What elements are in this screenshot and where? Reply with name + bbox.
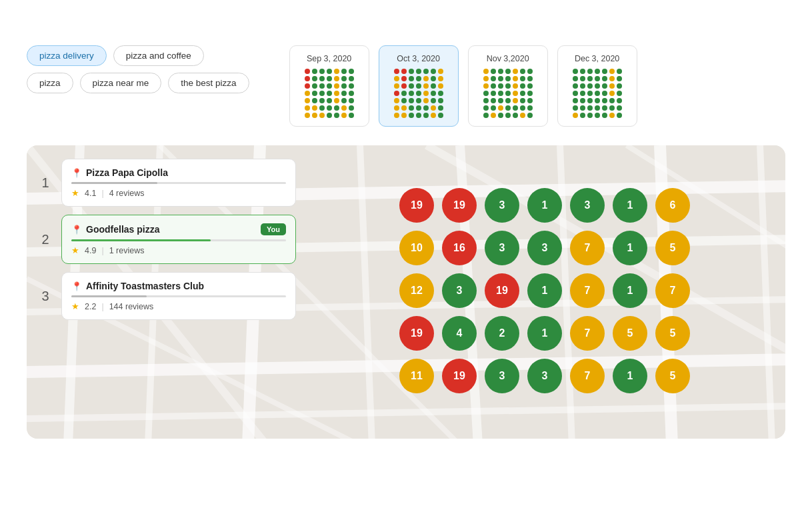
keyword-pizza[interactable]: pizza <box>27 73 73 93</box>
listing-bar-fill-0 <box>71 182 157 184</box>
dot <box>431 76 436 81</box>
grid-bubble-2-5: 1 <box>613 273 647 308</box>
star-icon-1: ★ <box>71 245 79 255</box>
dot <box>595 105 600 111</box>
dot <box>527 69 533 74</box>
dot <box>423 105 429 111</box>
dot <box>513 69 518 74</box>
dot <box>602 98 607 103</box>
dot <box>334 98 339 103</box>
dot <box>505 83 511 89</box>
dot <box>573 83 578 89</box>
keyword-pizza-delivery[interactable]: pizza delivery <box>27 45 107 66</box>
dot <box>573 69 578 74</box>
snapshot-card-2[interactable]: Nov 3,2020 <box>468 45 548 127</box>
dot <box>505 98 511 103</box>
dot <box>527 113 533 118</box>
dot <box>498 83 503 89</box>
dot <box>327 69 332 74</box>
dot-grid-3 <box>573 69 622 118</box>
dot <box>319 105 325 111</box>
dot <box>312 98 317 103</box>
dot <box>587 113 593 118</box>
dot <box>409 69 414 74</box>
listing-rating-0: 4.1 <box>85 189 96 198</box>
dot <box>312 113 317 118</box>
dot <box>438 113 443 118</box>
dot <box>587 98 593 103</box>
grid-bubble-3-4: 7 <box>570 316 605 351</box>
snapshot-card-3[interactable]: Dec 3, 2020 <box>557 45 637 127</box>
dot <box>595 76 600 81</box>
listing-header-1: 📍Goodfellas pizzaYou <box>71 223 286 235</box>
dot <box>483 105 489 111</box>
dot <box>573 113 578 118</box>
dot <box>602 76 607 81</box>
dot <box>587 69 593 74</box>
snapshot-date-0: Sep 3, 2020 <box>307 54 351 63</box>
dot <box>580 69 585 74</box>
dot <box>609 83 615 89</box>
grid-bubble-2-3: 1 <box>527 273 562 308</box>
dot <box>327 98 332 103</box>
dot <box>617 83 622 89</box>
dot <box>416 91 421 96</box>
grid-bubble-2-1: 3 <box>442 273 477 308</box>
dot <box>416 83 421 89</box>
snapshot-card-0[interactable]: Sep 3, 2020 <box>289 45 369 127</box>
listing-row-1: 2📍Goodfellas pizzaYou★4.9|1 reviews <box>37 215 296 264</box>
grid-section: 1919313161016337151231917171942175511193… <box>307 145 785 439</box>
dot <box>305 105 310 111</box>
keyword-pizza-and-coffee[interactable]: pizza and coffee <box>113 45 204 66</box>
dot <box>423 76 429 81</box>
dot <box>416 98 421 103</box>
dot <box>409 91 414 96</box>
dot <box>334 76 339 81</box>
dot <box>423 98 429 103</box>
dot <box>401 76 407 81</box>
dot <box>513 91 518 96</box>
grid-bubble-0-6: 6 <box>655 188 690 223</box>
dot <box>312 91 317 96</box>
dot <box>527 91 533 96</box>
dot <box>401 69 407 74</box>
dot <box>491 91 496 96</box>
keyword-the-best-pizza[interactable]: the best pizza <box>168 73 249 93</box>
keyword-pizza-near-me[interactable]: pizza near me <box>80 73 162 93</box>
dot <box>319 83 325 89</box>
grid-bubble-2-6: 7 <box>655 273 690 308</box>
dot <box>409 83 414 89</box>
dot <box>609 113 615 118</box>
dot <box>587 83 593 89</box>
dot <box>327 105 332 111</box>
snapshot-card-1[interactable]: Oct 3, 2020 <box>379 45 459 127</box>
listing-name-2: Affinity Toastmasters Club <box>86 281 204 291</box>
dot <box>349 76 354 81</box>
dot <box>431 98 436 103</box>
dot <box>602 113 607 118</box>
keywords-row-1: pizza delivery pizza and coffee <box>27 45 249 66</box>
grid-bubble-1-2: 3 <box>485 231 519 265</box>
dot <box>312 105 317 111</box>
dot <box>438 98 443 103</box>
dot <box>491 113 496 118</box>
meta-divider-0: | <box>101 189 103 198</box>
listing-card-1: 📍Goodfellas pizzaYou★4.9|1 reviews <box>61 215 296 264</box>
dot <box>394 113 399 118</box>
dot <box>394 76 399 81</box>
dot-grid-1 <box>394 69 443 118</box>
dot <box>409 76 414 81</box>
dot <box>312 76 317 81</box>
dot <box>595 98 600 103</box>
listing-card-0: 📍Pizza Papa Cipolla★4.1|4 reviews <box>61 159 296 207</box>
dot <box>498 113 503 118</box>
grid-bubble-4-2: 3 <box>485 359 519 393</box>
dot <box>431 91 436 96</box>
dot <box>334 113 339 118</box>
dot <box>327 83 332 89</box>
listing-reviews-2: 144 reviews <box>109 302 154 311</box>
grid-bubble-1-4: 7 <box>570 231 605 265</box>
dot <box>305 113 310 118</box>
dot <box>483 113 489 118</box>
listing-reviews-1: 1 reviews <box>109 246 145 255</box>
